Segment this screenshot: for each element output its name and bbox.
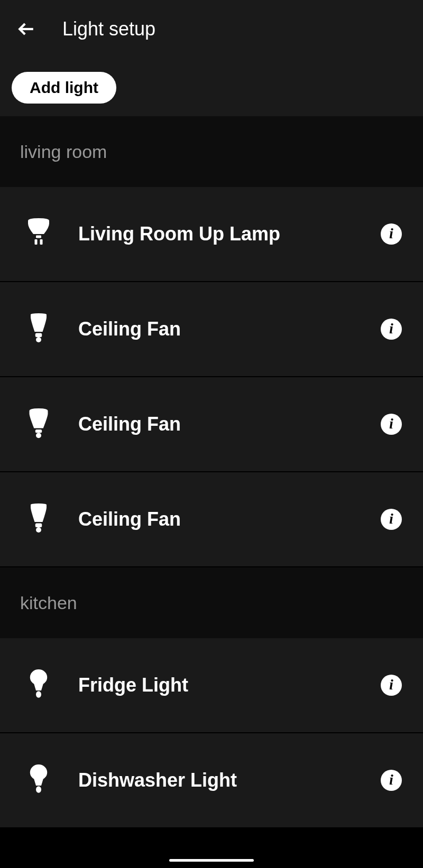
info-icon[interactable]: i <box>381 319 402 340</box>
light-name-label: Ceiling Fan <box>78 508 354 530</box>
svg-point-7 <box>36 433 41 438</box>
svg-point-10 <box>30 669 48 685</box>
svg-rect-4 <box>35 333 42 338</box>
svg-rect-3 <box>40 239 43 245</box>
light-row[interactable]: Dishwasher Light i <box>0 733 423 827</box>
info-icon[interactable]: i <box>381 509 402 530</box>
light-row[interactable]: Fridge Light i <box>0 638 423 732</box>
light-row[interactable]: Living Room Up Lamp i <box>0 187 423 281</box>
svg-point-11 <box>36 691 41 698</box>
svg-point-13 <box>36 786 41 793</box>
bulb-round-icon <box>25 766 52 795</box>
info-icon[interactable]: i <box>381 770 402 791</box>
light-name-label: Fridge Light <box>78 674 354 696</box>
info-icon[interactable]: i <box>381 675 402 696</box>
bulb-icon <box>25 314 52 344</box>
section-header: living room <box>0 116 423 187</box>
light-name-label: Ceiling Fan <box>78 413 354 435</box>
light-name-label: Ceiling Fan <box>78 318 354 340</box>
section-header: kitchen <box>0 567 423 638</box>
svg-rect-2 <box>35 239 38 245</box>
toolbar: Add light <box>0 58 423 116</box>
back-button[interactable] <box>16 18 37 40</box>
svg-rect-1 <box>36 236 41 238</box>
bulb-round-icon <box>25 670 52 700</box>
spotlight-icon <box>25 219 52 249</box>
header: Light setup <box>0 0 423 58</box>
section-title: kitchen <box>20 593 77 613</box>
light-row[interactable]: Ceiling Fan i <box>0 282 423 376</box>
arrow-left-icon <box>17 20 35 38</box>
home-indicator[interactable] <box>169 859 254 862</box>
svg-rect-8 <box>35 524 42 528</box>
svg-rect-6 <box>35 430 42 433</box>
bulb-icon <box>25 505 52 534</box>
light-row[interactable]: Ceiling Fan i <box>0 472 423 566</box>
page-title: Light setup <box>62 18 155 40</box>
svg-point-9 <box>36 527 41 533</box>
svg-point-12 <box>30 764 48 780</box>
info-icon[interactable]: i <box>381 223 402 245</box>
bulb-icon <box>25 409 52 439</box>
light-row[interactable]: Ceiling Fan i <box>0 377 423 471</box>
light-name-label: Living Room Up Lamp <box>78 223 354 245</box>
add-light-button[interactable]: Add light <box>12 72 116 104</box>
section-title: living room <box>20 142 107 162</box>
info-icon[interactable]: i <box>381 414 402 435</box>
svg-point-5 <box>36 337 41 342</box>
light-name-label: Dishwasher Light <box>78 769 354 791</box>
